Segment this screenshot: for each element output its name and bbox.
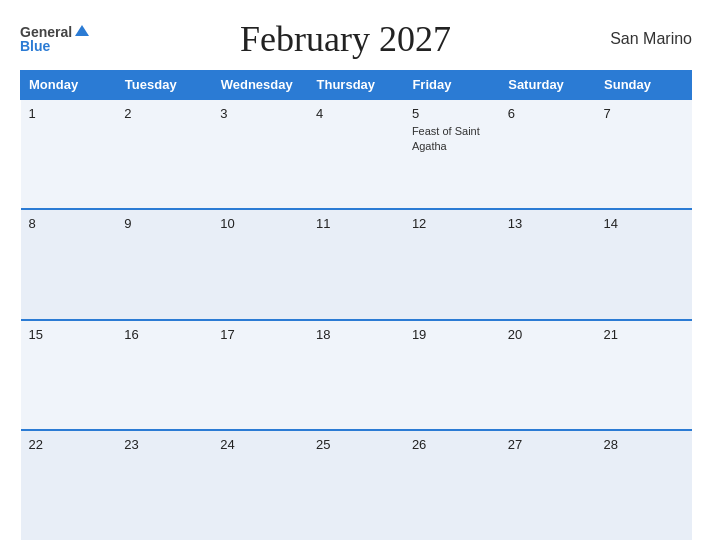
calendar-cell: 28 bbox=[596, 430, 692, 540]
calendar-cell: 12 bbox=[404, 209, 500, 319]
day-number: 22 bbox=[29, 437, 109, 452]
day-number: 10 bbox=[220, 216, 300, 231]
calendar-header: MondayTuesdayWednesdayThursdayFridaySatu… bbox=[21, 71, 692, 100]
day-number: 2 bbox=[124, 106, 204, 121]
calendar-cell: 14 bbox=[596, 209, 692, 319]
calendar-cell: 6 bbox=[500, 99, 596, 209]
day-number: 9 bbox=[124, 216, 204, 231]
calendar-cell: 20 bbox=[500, 320, 596, 430]
calendar-week-row: 12345Feast of Saint Agatha67 bbox=[21, 99, 692, 209]
calendar-cell: 26 bbox=[404, 430, 500, 540]
calendar-body: 12345Feast of Saint Agatha67891011121314… bbox=[21, 99, 692, 540]
calendar-page: General Blue February 2027 San Marino Mo… bbox=[0, 0, 712, 550]
day-number: 7 bbox=[604, 106, 684, 121]
calendar-cell: 13 bbox=[500, 209, 596, 319]
day-number: 17 bbox=[220, 327, 300, 342]
calendar-week-row: 15161718192021 bbox=[21, 320, 692, 430]
day-number: 18 bbox=[316, 327, 396, 342]
day-number: 5 bbox=[412, 106, 492, 121]
country-name: San Marino bbox=[602, 30, 692, 48]
calendar-cell: 16 bbox=[116, 320, 212, 430]
header-row: MondayTuesdayWednesdayThursdayFridaySatu… bbox=[21, 71, 692, 100]
day-number: 11 bbox=[316, 216, 396, 231]
calendar-title: February 2027 bbox=[89, 18, 602, 60]
header: General Blue February 2027 San Marino bbox=[20, 18, 692, 60]
day-number: 19 bbox=[412, 327, 492, 342]
calendar-cell: 22 bbox=[21, 430, 117, 540]
calendar-cell: 23 bbox=[116, 430, 212, 540]
calendar-table: MondayTuesdayWednesdayThursdayFridaySatu… bbox=[20, 70, 692, 540]
day-of-week-header: Thursday bbox=[308, 71, 404, 100]
calendar-week-row: 22232425262728 bbox=[21, 430, 692, 540]
day-number: 24 bbox=[220, 437, 300, 452]
logo-general-text: General bbox=[20, 25, 72, 39]
day-number: 15 bbox=[29, 327, 109, 342]
calendar-cell: 11 bbox=[308, 209, 404, 319]
day-number: 12 bbox=[412, 216, 492, 231]
logo-blue-row: Blue bbox=[20, 39, 89, 53]
calendar-cell: 10 bbox=[212, 209, 308, 319]
logo-general-row: General bbox=[20, 25, 89, 39]
day-number: 25 bbox=[316, 437, 396, 452]
logo: General Blue bbox=[20, 25, 89, 53]
calendar-week-row: 891011121314 bbox=[21, 209, 692, 319]
logo-blue-text: Blue bbox=[20, 39, 50, 53]
calendar-cell: 3 bbox=[212, 99, 308, 209]
calendar-cell: 24 bbox=[212, 430, 308, 540]
day-of-week-header: Friday bbox=[404, 71, 500, 100]
day-number: 26 bbox=[412, 437, 492, 452]
day-of-week-header: Sunday bbox=[596, 71, 692, 100]
calendar-cell: 2 bbox=[116, 99, 212, 209]
calendar-cell: 1 bbox=[21, 99, 117, 209]
day-number: 27 bbox=[508, 437, 588, 452]
calendar-cell: 8 bbox=[21, 209, 117, 319]
calendar-cell: 15 bbox=[21, 320, 117, 430]
calendar-cell: 5Feast of Saint Agatha bbox=[404, 99, 500, 209]
day-number: 21 bbox=[604, 327, 684, 342]
day-number: 3 bbox=[220, 106, 300, 121]
day-number: 28 bbox=[604, 437, 684, 452]
day-of-week-header: Monday bbox=[21, 71, 117, 100]
calendar-cell: 27 bbox=[500, 430, 596, 540]
day-number: 20 bbox=[508, 327, 588, 342]
calendar-cell: 18 bbox=[308, 320, 404, 430]
day-number: 14 bbox=[604, 216, 684, 231]
calendar-cell: 17 bbox=[212, 320, 308, 430]
event-text: Feast of Saint Agatha bbox=[412, 125, 480, 152]
calendar-cell: 4 bbox=[308, 99, 404, 209]
day-number: 16 bbox=[124, 327, 204, 342]
day-number: 1 bbox=[29, 106, 109, 121]
day-of-week-header: Saturday bbox=[500, 71, 596, 100]
day-number: 13 bbox=[508, 216, 588, 231]
calendar-cell: 9 bbox=[116, 209, 212, 319]
day-of-week-header: Wednesday bbox=[212, 71, 308, 100]
day-number: 6 bbox=[508, 106, 588, 121]
calendar-cell: 25 bbox=[308, 430, 404, 540]
day-of-week-header: Tuesday bbox=[116, 71, 212, 100]
logo-triangle-icon bbox=[75, 25, 89, 36]
day-number: 8 bbox=[29, 216, 109, 231]
calendar-cell: 21 bbox=[596, 320, 692, 430]
calendar-cell: 7 bbox=[596, 99, 692, 209]
day-number: 4 bbox=[316, 106, 396, 121]
day-number: 23 bbox=[124, 437, 204, 452]
calendar-cell: 19 bbox=[404, 320, 500, 430]
